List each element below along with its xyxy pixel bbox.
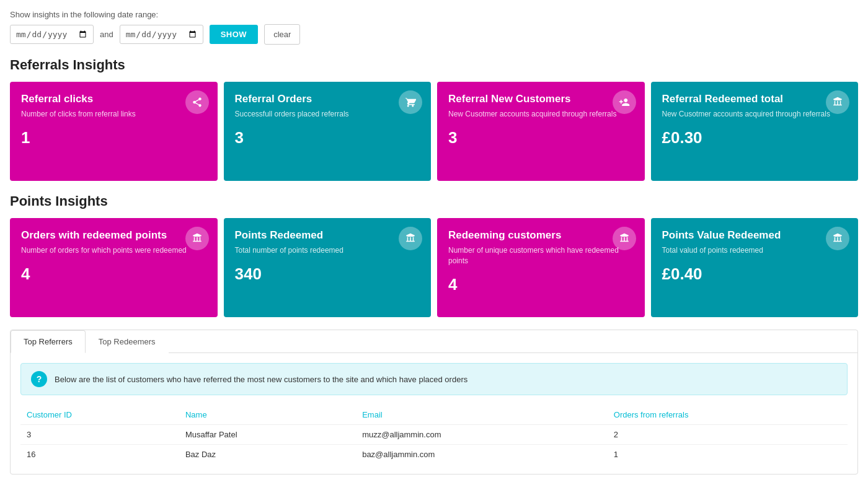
card-icon xyxy=(185,90,209,114)
card-title: Referral Redeemed total xyxy=(662,93,848,105)
points-section-title: Points Insights xyxy=(10,193,858,209)
insight-card: Points Redeemed Total number of points r… xyxy=(224,218,432,317)
card-icon xyxy=(399,227,422,250)
table-cell: Musaffar Patel xyxy=(179,425,356,445)
date-range-label: Show insights in the following date rang… xyxy=(10,10,858,19)
insight-card: Orders with redeemed points Number of or… xyxy=(10,218,218,317)
points-cards-grid: Orders with redeemed points Number of or… xyxy=(10,218,858,317)
card-icon xyxy=(826,90,849,114)
table-cell: muzz@alljammin.com xyxy=(356,425,608,445)
table-cell: 16 xyxy=(20,445,179,465)
show-button[interactable]: SHOW xyxy=(210,25,258,44)
table-cell: 1 xyxy=(608,445,848,465)
card-description: Number of unique customers which have re… xyxy=(448,245,634,266)
tabs-container: Top ReferrersTop Redeemers ? Below are t… xyxy=(10,330,858,475)
card-icon xyxy=(613,90,636,114)
card-icon xyxy=(185,227,209,250)
card-title: Points Value Redeemed xyxy=(662,229,848,242)
table-cell: Baz Daz xyxy=(179,445,356,465)
card-title: Redeeming customers xyxy=(448,229,634,242)
date-from-input[interactable] xyxy=(10,25,94,44)
card-value: 340 xyxy=(235,265,420,284)
date-to-input[interactable] xyxy=(120,25,203,44)
card-value: 4 xyxy=(448,275,634,294)
insight-card: Referral clicks Number of clicks from re… xyxy=(10,82,218,181)
card-icon xyxy=(826,227,849,250)
card-value: 3 xyxy=(235,128,420,147)
insight-card: Referral New Customers New Cusotmer acco… xyxy=(437,82,645,181)
insight-card: Points Value Redeemed Total valud of poi… xyxy=(651,218,859,317)
card-description: New Cusotmer accounts acquired through r… xyxy=(662,109,848,120)
card-description: Number of orders for which points were r… xyxy=(21,245,206,256)
card-title: Referral New Customers xyxy=(448,93,634,105)
table-column-header: Name xyxy=(179,405,356,425)
table-column-header: Customer ID xyxy=(20,405,179,425)
card-description: Total number of points redeemed xyxy=(235,245,420,256)
referrals-cards-grid: Referral clicks Number of clicks from re… xyxy=(10,82,858,181)
referrers-table: Customer IDNameEmailOrders from referral… xyxy=(20,405,848,464)
table-row: 3Musaffar Patelmuzz@alljammin.com2 xyxy=(20,425,848,445)
referrals-section-title: Referrals Insights xyxy=(10,57,858,73)
info-text: Below are the list of customers who have… xyxy=(55,375,467,384)
table-cell: baz@alljammin.com xyxy=(356,445,608,465)
card-value: 3 xyxy=(448,128,634,147)
insight-card: Referral Orders Successfull orders place… xyxy=(224,82,432,181)
card-icon xyxy=(613,227,636,250)
card-value: £0.30 xyxy=(662,128,848,147)
info-icon: ? xyxy=(31,371,47,387)
card-value: 4 xyxy=(21,265,206,284)
tab-content: ? Below are the list of customers who ha… xyxy=(11,353,857,474)
card-value: £0.40 xyxy=(662,265,848,284)
tab-top-referrers[interactable]: Top Referrers xyxy=(11,330,86,353)
tab-top-redeemers[interactable]: Top Redeemers xyxy=(86,330,169,353)
card-title: Orders with redeemed points xyxy=(21,229,206,242)
card-icon xyxy=(399,90,422,114)
info-box: ? Below are the list of customers who ha… xyxy=(20,363,848,395)
card-value: 1 xyxy=(21,128,206,147)
card-title: Points Redeemed xyxy=(235,229,420,242)
card-description: Total valud of points redeemed xyxy=(662,245,848,256)
card-title: Referral Orders xyxy=(235,93,420,105)
table-cell: 2 xyxy=(608,425,848,445)
date-range-row: and SHOW clear xyxy=(10,24,858,45)
insight-card: Referral Redeemed total New Cusotmer acc… xyxy=(651,82,859,181)
table-column-header: Orders from referrals xyxy=(608,405,848,425)
card-description: New Cusotmer accounts acquired through r… xyxy=(448,109,634,120)
card-description: Number of clicks from referral links xyxy=(21,109,206,120)
card-title: Referral clicks xyxy=(21,93,206,105)
insight-card: Redeeming customers Number of unique cus… xyxy=(437,218,645,317)
tabs-header: Top ReferrersTop Redeemers xyxy=(11,330,857,353)
card-description: Successfull orders placed referrals xyxy=(235,109,420,120)
table-cell: 3 xyxy=(20,425,179,445)
table-column-header: Email xyxy=(356,405,608,425)
clear-button[interactable]: clear xyxy=(264,24,300,45)
table-row: 16Baz Dazbaz@alljammin.com1 xyxy=(20,445,848,465)
and-label: and xyxy=(100,30,113,39)
